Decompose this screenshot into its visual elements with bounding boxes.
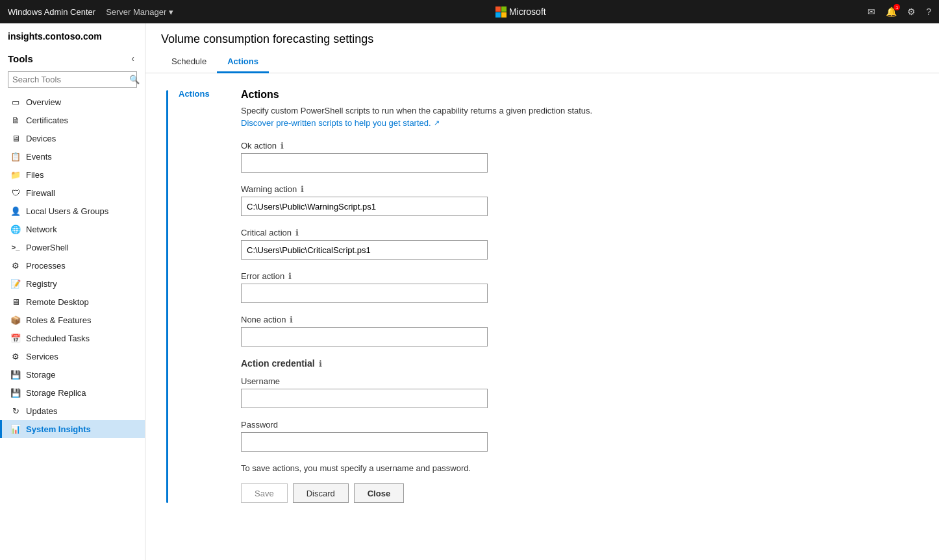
tab-schedule[interactable]: Schedule bbox=[161, 51, 217, 73]
services-icon: ⚙ bbox=[10, 351, 21, 361]
close-button[interactable]: Close bbox=[354, 483, 404, 503]
active-indicator bbox=[166, 90, 168, 503]
discover-link-text: Discover pre-written scripts to help you… bbox=[241, 118, 431, 128]
save-button[interactable]: Save bbox=[241, 483, 288, 503]
none-action-group: None action ℹ bbox=[241, 315, 918, 347]
microsoft-brand: Microsoft bbox=[495, 6, 546, 18]
sidebar-item-overview[interactable]: ▭ Overview bbox=[0, 93, 145, 111]
powershell-icon: >_ bbox=[10, 242, 21, 252]
search-button[interactable]: 🔍 bbox=[125, 72, 144, 87]
password-input[interactable] bbox=[241, 432, 488, 452]
sidebar-item-services[interactable]: ⚙ Services bbox=[0, 347, 145, 365]
sidebar-collapse-button[interactable]: ‹ bbox=[129, 52, 137, 65]
sidebar-item-storage[interactable]: 💾 Storage bbox=[0, 365, 145, 383]
critical-action-label: Critical action bbox=[241, 228, 292, 237]
sidebar-item-label: Overview bbox=[26, 97, 61, 107]
mail-icon[interactable]: ✉ bbox=[868, 6, 875, 17]
tabs-bar: Schedule Actions bbox=[145, 51, 939, 73]
ok-action-label: Ok action bbox=[241, 141, 277, 151]
sidebar-item-firewall[interactable]: 🛡 Firewall bbox=[0, 184, 145, 202]
server-manager-label: Server Manager bbox=[106, 7, 166, 17]
username-label: Username bbox=[241, 376, 280, 386]
error-action-info-icon[interactable]: ℹ bbox=[288, 271, 292, 281]
events-icon: 📋 bbox=[10, 151, 21, 162]
credential-info-icon[interactable]: ℹ bbox=[319, 359, 322, 369]
app-title: Windows Admin Center bbox=[8, 7, 95, 17]
error-action-input[interactable] bbox=[241, 284, 488, 303]
processes-icon: ⚙ bbox=[10, 260, 21, 271]
discover-link[interactable]: Discover pre-written scripts to help you… bbox=[241, 118, 440, 128]
certificates-icon: 🗎 bbox=[10, 115, 21, 125]
error-action-group: Error action ℹ bbox=[241, 271, 918, 303]
password-label: Password bbox=[241, 420, 278, 430]
sidebar-item-scheduled-tasks[interactable]: 📅 Scheduled Tasks bbox=[0, 329, 145, 347]
main-content: Volume consumption forecasting settings … bbox=[145, 23, 939, 560]
error-action-label: Error action bbox=[241, 271, 284, 281]
none-action-input[interactable] bbox=[241, 327, 488, 347]
help-icon[interactable]: ? bbox=[926, 6, 931, 17]
sidebar-item-label: Files bbox=[26, 170, 44, 180]
sidebar-item-label: Events bbox=[26, 152, 52, 162]
sidebar-item-processes[interactable]: ⚙ Processes bbox=[0, 256, 145, 274]
sidebar-item-local-users[interactable]: 👤 Local Users & Groups bbox=[0, 202, 145, 220]
sidebar-item-storage-replica[interactable]: 💾 Storage Replica bbox=[0, 383, 145, 402]
ok-action-info-icon[interactable]: ℹ bbox=[281, 141, 284, 151]
actions-form: Actions Specify custom PowerShell script… bbox=[241, 89, 918, 503]
sidebar-item-files[interactable]: 📁 Files bbox=[0, 165, 145, 184]
actions-section-title: Actions bbox=[241, 89, 918, 101]
sidebar-item-label: Network bbox=[26, 225, 57, 234]
actions-nav-link[interactable]: Actions bbox=[179, 89, 210, 99]
ok-action-group: Ok action ℹ bbox=[241, 141, 918, 173]
sidebar-item-label: Registry bbox=[26, 279, 57, 289]
tab-actions[interactable]: Actions bbox=[217, 51, 269, 73]
settings-icon[interactable]: ⚙ bbox=[907, 6, 916, 17]
none-action-label: None action bbox=[241, 315, 286, 324]
sidebar-item-label: Scheduled Tasks bbox=[26, 334, 90, 343]
content-area: Actions Actions Specify custom PowerShel… bbox=[145, 73, 939, 560]
sidebar-item-certificates[interactable]: 🗎 Certificates bbox=[0, 111, 145, 129]
warning-action-info-icon[interactable]: ℹ bbox=[301, 184, 304, 194]
sidebar-item-events[interactable]: 📋 Events bbox=[0, 147, 145, 165]
ok-action-input[interactable] bbox=[241, 153, 488, 173]
sidebar-item-remote-desktop[interactable]: 🖥 Remote Desktop bbox=[0, 293, 145, 311]
button-row: Save Discard Close bbox=[241, 483, 918, 503]
sidebar-item-label: Certificates bbox=[26, 116, 68, 125]
sidebar-item-roles-features[interactable]: 📦 Roles & Features bbox=[0, 311, 145, 329]
credential-title: Action credential bbox=[241, 358, 315, 369]
critical-action-input[interactable] bbox=[241, 240, 488, 260]
none-action-info-icon[interactable]: ℹ bbox=[290, 315, 293, 324]
username-input[interactable] bbox=[241, 389, 488, 408]
sidebar-item-registry[interactable]: 📝 Registry bbox=[0, 274, 145, 293]
sidebar-item-label: PowerShell bbox=[26, 243, 69, 252]
storage-icon: 💾 bbox=[10, 369, 21, 380]
critical-action-info-icon[interactable]: ℹ bbox=[295, 228, 299, 237]
sidebar-item-label: Roles & Features bbox=[26, 315, 91, 325]
server-manager-dropdown[interactable]: Server Manager ▾ bbox=[106, 7, 173, 17]
devices-icon: 🖥 bbox=[10, 133, 21, 143]
search-tools-input[interactable] bbox=[8, 72, 125, 87]
sidebar-item-label: Devices bbox=[26, 134, 56, 143]
notification-badge: 1 bbox=[894, 4, 900, 10]
sidebar-item-label: Storage bbox=[26, 370, 56, 380]
microsoft-logo-icon bbox=[495, 6, 507, 18]
sidebar-item-network[interactable]: 🌐 Network bbox=[0, 220, 145, 238]
sidebar-item-devices[interactable]: 🖥 Devices bbox=[0, 129, 145, 147]
roles-features-icon: 📦 bbox=[10, 315, 21, 325]
warning-action-input[interactable] bbox=[241, 197, 488, 216]
sidebar-item-label: System Insights bbox=[26, 424, 91, 434]
sidebar-item-label: Remote Desktop bbox=[26, 297, 89, 307]
files-icon: 📁 bbox=[10, 169, 21, 180]
sidebar-item-powershell[interactable]: >_ PowerShell bbox=[0, 238, 145, 256]
password-group: Password bbox=[241, 420, 918, 452]
scheduled-tasks-icon: 📅 bbox=[10, 333, 21, 343]
sidebar-item-label: Processes bbox=[26, 261, 66, 271]
updates-icon: ↻ bbox=[10, 406, 21, 416]
warning-action-label: Warning action bbox=[241, 184, 297, 194]
sidebar-item-updates[interactable]: ↻ Updates bbox=[0, 402, 145, 420]
discard-button[interactable]: Discard bbox=[293, 483, 349, 503]
external-link-icon: ↗ bbox=[434, 119, 440, 127]
notifications-icon[interactable]: 🔔 1 bbox=[886, 6, 897, 17]
search-tools-box: 🔍 bbox=[8, 71, 137, 88]
main-header: Volume consumption forecasting settings bbox=[145, 23, 939, 51]
sidebar-item-system-insights[interactable]: 📊 System Insights bbox=[0, 420, 145, 438]
